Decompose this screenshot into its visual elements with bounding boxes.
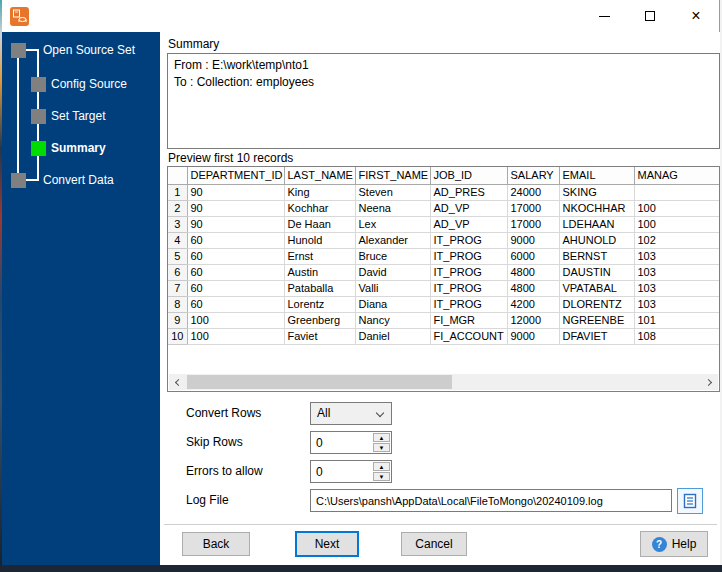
table-cell[interactable]: 103 <box>634 296 720 312</box>
row-number-cell[interactable]: 9 <box>168 312 187 328</box>
table-row[interactable]: 460HunoldAlexanderIT_PROG9000AHUNOLD102 <box>168 232 720 248</box>
browse-log-button[interactable] <box>677 488 703 514</box>
row-number-cell[interactable]: 7 <box>168 280 187 296</box>
table-cell[interactable]: Valli <box>355 280 430 296</box>
table-cell[interactable]: 60 <box>187 280 284 296</box>
table-row[interactable]: 860LorentzDianaIT_PROG4200DLORENTZ103 <box>168 296 720 312</box>
table-cell[interactable]: Diana <box>355 296 430 312</box>
column-header[interactable]: EMAIL <box>559 167 634 184</box>
table-cell[interactable]: Hunold <box>284 232 355 248</box>
table-row[interactable]: 760PataballaValliIT_PROG4800VPATABAL103 <box>168 280 720 296</box>
table-cell[interactable]: 60 <box>187 248 284 264</box>
table-cell[interactable]: 90 <box>187 184 284 200</box>
table-cell[interactable]: FI_MGR <box>430 312 507 328</box>
table-cell[interactable]: 17000 <box>507 200 559 216</box>
table-cell[interactable]: Lex <box>355 216 430 232</box>
table-cell[interactable]: AD_VP <box>430 216 507 232</box>
stepper-up-button[interactable]: ▲ <box>373 433 390 442</box>
column-header[interactable]: FIRST_NAME <box>355 167 430 184</box>
table-row[interactable]: 560ErnstBruceIT_PROG6000BERNST103 <box>168 248 720 264</box>
table-cell[interactable]: 60 <box>187 264 284 280</box>
table-cell[interactable]: 60 <box>187 296 284 312</box>
stepper-up-button[interactable]: ▲ <box>373 462 390 471</box>
table-cell[interactable]: 100 <box>187 312 284 328</box>
table-cell[interactable]: AD_PRES <box>430 184 507 200</box>
table-cell[interactable]: IT_PROG <box>430 296 507 312</box>
column-header[interactable]: MANAG <box>634 167 720 184</box>
table-cell[interactable]: DAUSTIN <box>559 264 634 280</box>
table-cell[interactable]: IT_PROG <box>430 232 507 248</box>
table-cell[interactable]: 103 <box>634 280 720 296</box>
table-cell[interactable]: Austin <box>284 264 355 280</box>
next-button[interactable]: Next <box>295 531 359 557</box>
table-cell[interactable]: Pataballa <box>284 280 355 296</box>
row-number-cell[interactable]: 10 <box>168 328 187 344</box>
table-cell[interactable]: LDEHAAN <box>559 216 634 232</box>
table-cell[interactable]: King <box>284 184 355 200</box>
table-cell[interactable]: 4200 <box>507 296 559 312</box>
column-header[interactable]: DEPARTMENT_ID <box>187 167 284 184</box>
corner-header-cell[interactable] <box>168 167 187 184</box>
table-cell[interactable]: Greenberg <box>284 312 355 328</box>
back-button[interactable]: Back <box>182 532 250 556</box>
table-row[interactable]: 290KochharNeenaAD_VP17000NKOCHHAR100 <box>168 200 720 216</box>
table-row[interactable]: 190KingStevenAD_PRES24000SKING <box>168 184 720 200</box>
table-cell[interactable]: 4800 <box>507 280 559 296</box>
table-cell[interactable]: DLORENTZ <box>559 296 634 312</box>
table-row[interactable]: 9100GreenbergNancyFI_MGR12000NGREENBE101 <box>168 312 720 328</box>
table-cell[interactable]: Daniel <box>355 328 430 344</box>
summary-box[interactable]: From : E:\work\temp\nto1 To : Collection… <box>167 53 720 149</box>
table-cell[interactable]: Neena <box>355 200 430 216</box>
horizontal-scrollbar[interactable] <box>169 374 718 390</box>
table-cell[interactable]: Kochhar <box>284 200 355 216</box>
table-cell[interactable]: 90 <box>187 200 284 216</box>
table-row[interactable]: 10100FavietDanielFI_ACCOUNT9000DFAVIET10… <box>168 328 720 344</box>
minimize-button[interactable] <box>581 0 627 32</box>
table-cell[interactable]: SKING <box>559 184 634 200</box>
help-button[interactable]: ? Help <box>640 531 708 557</box>
table-cell[interactable]: BERNST <box>559 248 634 264</box>
column-header[interactable]: JOB_ID <box>430 167 507 184</box>
table-cell[interactable]: AHUNOLD <box>559 232 634 248</box>
table-cell[interactable]: IT_PROG <box>430 264 507 280</box>
table-cell[interactable]: Ernst <box>284 248 355 264</box>
table-cell[interactable]: 100 <box>634 216 720 232</box>
table-cell[interactable]: 4800 <box>507 264 559 280</box>
table-cell[interactable]: 24000 <box>507 184 559 200</box>
table-cell[interactable]: 103 <box>634 264 720 280</box>
preview-grid[interactable]: DEPARTMENT_IDLAST_NAMEFIRST_NAMEJOB_IDSA… <box>167 166 720 392</box>
scrollbar-thumb[interactable] <box>187 375 452 389</box>
table-row[interactable]: 660AustinDavidIT_PROG4800DAUSTIN103 <box>168 264 720 280</box>
table-cell[interactable]: VPATABAL <box>559 280 634 296</box>
scroll-left-button[interactable] <box>169 374 185 390</box>
table-cell[interactable]: FI_ACCOUNT <box>430 328 507 344</box>
table-cell[interactable]: 101 <box>634 312 720 328</box>
table-cell[interactable]: Faviet <box>284 328 355 344</box>
table-cell[interactable]: 6000 <box>507 248 559 264</box>
log-file-input[interactable] <box>310 489 672 512</box>
table-cell[interactable]: NKOCHHAR <box>559 200 634 216</box>
scroll-right-button[interactable] <box>702 374 718 390</box>
row-number-cell[interactable]: 2 <box>168 200 187 216</box>
stepper-down-button[interactable]: ▼ <box>373 443 390 452</box>
table-cell[interactable]: David <box>355 264 430 280</box>
table-cell[interactable] <box>634 184 720 200</box>
table-cell[interactable]: Lorentz <box>284 296 355 312</box>
table-cell[interactable]: AD_VP <box>430 200 507 216</box>
stepper-down-button[interactable]: ▼ <box>373 472 390 481</box>
table-cell[interactable]: 60 <box>187 232 284 248</box>
row-number-cell[interactable]: 5 <box>168 248 187 264</box>
table-cell[interactable]: Nancy <box>355 312 430 328</box>
table-cell[interactable]: 102 <box>634 232 720 248</box>
convert-rows-select[interactable]: All <box>310 402 392 425</box>
table-cell[interactable]: DFAVIET <box>559 328 634 344</box>
table-cell[interactable]: 12000 <box>507 312 559 328</box>
row-number-cell[interactable]: 3 <box>168 216 187 232</box>
table-cell[interactable]: Alexander <box>355 232 430 248</box>
table-cell[interactable]: NGREENBE <box>559 312 634 328</box>
table-cell[interactable]: 17000 <box>507 216 559 232</box>
column-header[interactable]: LAST_NAME <box>284 167 355 184</box>
row-number-cell[interactable]: 6 <box>168 264 187 280</box>
close-button[interactable]: × <box>673 0 719 32</box>
row-number-cell[interactable]: 4 <box>168 232 187 248</box>
